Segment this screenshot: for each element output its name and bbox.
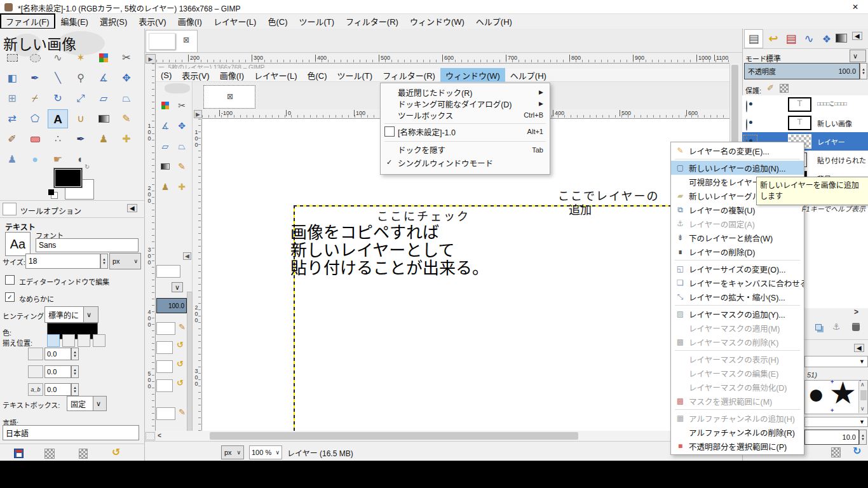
brush-scrollbar[interactable]: ∧ ∨ xyxy=(858,381,867,413)
menu-select[interactable]: 選択(S) xyxy=(94,13,133,29)
unit-select[interactable]: px∨ xyxy=(221,445,244,459)
delete-options-button[interactable] xyxy=(79,449,88,459)
tab-undo-history[interactable]: ↩ xyxy=(764,30,782,47)
ctx-scale-layer[interactable]: ⤡レイヤーの拡大・縮小(S)... xyxy=(671,290,804,304)
line-spacing-input[interactable] xyxy=(44,365,71,378)
menu-item-toolbox[interactable]: ツールボックスCtrl+B xyxy=(381,109,550,121)
tool-eraser[interactable] xyxy=(25,130,45,149)
ctx-add-alpha-channel[interactable]: ▦アルファチャンネルの追加(H) xyxy=(671,411,804,425)
scroll-down-icon[interactable]: ∨ xyxy=(860,405,865,412)
letter-spacing-input[interactable] xyxy=(44,383,71,396)
spin-down-icon[interactable]: ▼ xyxy=(73,354,77,358)
tab-layers[interactable]: ▤ xyxy=(744,29,763,48)
brush-list[interactable]: ● ★ + + + + ∧ ∨ xyxy=(804,380,868,414)
hinting-select[interactable]: 標準的に xyxy=(44,306,84,323)
ctx-delete-layer-mask[interactable]: ▩レイヤーマスクの削除(K) xyxy=(671,335,804,349)
tool-foreground-select[interactable]: ◧ xyxy=(2,69,22,88)
menu-edit[interactable]: 編集(E) xyxy=(55,13,94,29)
tab-tool-presets[interactable]: ❖ xyxy=(818,30,836,47)
font-preview-button[interactable]: Aa xyxy=(5,232,31,256)
delete-layer-button[interactable] xyxy=(852,323,860,331)
tool-heal[interactable]: ✚ xyxy=(116,130,137,149)
ctx-rename-layer[interactable]: ✎レイヤー名の変更(E)... xyxy=(671,144,804,158)
tool-color-picker[interactable]: ╲ xyxy=(48,69,68,88)
tool-select-by-color[interactable] xyxy=(93,48,114,67)
scroll-left-icon[interactable]: < xyxy=(158,432,161,439)
spin-down-icon[interactable]: ▼ xyxy=(861,437,865,441)
brush-scale-spinner[interactable]: ▲▼ xyxy=(859,430,867,445)
tool-paths[interactable]: ✒ xyxy=(25,69,45,88)
dock-menu-button[interactable]: ◀ xyxy=(852,32,862,40)
lock-pixels-icon[interactable]: ✐ xyxy=(767,83,774,93)
letter-spacing-spinner[interactable]: ▲▼ xyxy=(71,383,79,396)
tool-airbrush[interactable]: ∴ xyxy=(48,130,68,149)
opacity-slider[interactable]: 不透明度 100.0 xyxy=(744,63,860,79)
tool-gradient[interactable] xyxy=(93,109,114,128)
duplicate-layer-button[interactable] xyxy=(815,324,822,330)
expander-icon[interactable]: > xyxy=(854,308,858,316)
tool-perspective-clone[interactable]: ♟ xyxy=(2,150,22,169)
ctx-alpha-to-selection[interactable]: ■不透明部分を選択範囲に(P) xyxy=(671,439,804,453)
ctx-edit-layer-mask[interactable]: レイヤーマスクの編集(E) xyxy=(671,366,804,380)
size-input[interactable] xyxy=(25,254,100,269)
restore-options-button[interactable] xyxy=(44,449,55,459)
horizontal-scrollbar-thumb[interactable] xyxy=(210,432,578,440)
spin-down-icon[interactable]: ▼ xyxy=(102,261,106,265)
zoom-select[interactable]: 100 %∨ xyxy=(249,445,282,459)
menu-windows[interactable]: ウィンドウ(W) xyxy=(404,13,470,29)
tool-scale[interactable]: ⤢ xyxy=(71,89,91,108)
image-tab-close-icon[interactable]: ⊠ xyxy=(183,36,189,44)
indent-input[interactable] xyxy=(44,348,71,360)
menu-help[interactable]: ヘルプ(H) xyxy=(470,13,518,29)
justify-fill-button[interactable] xyxy=(93,334,105,347)
tool-paintbrush[interactable]: ✐ xyxy=(2,130,22,149)
menu-item-single-window-mode[interactable]: ✓シングルウィンドウモード xyxy=(381,156,550,170)
brushes-combo[interactable]: ▼ xyxy=(804,356,868,367)
size-spinner[interactable]: ▲▼ xyxy=(100,254,108,269)
ctx-layer-boundary-size[interactable]: ◱レイヤーサイズの変更(O)... xyxy=(671,262,804,276)
brushes-dock-menu-button[interactable]: ◀ xyxy=(854,344,864,352)
layer-row-new-image[interactable]: T 新しい画像 xyxy=(742,114,868,132)
swap-colors-icon[interactable]: ↻ xyxy=(85,163,90,170)
justify-left-button[interactable] xyxy=(47,334,60,347)
tool-cage-transform[interactable]: ⬠ xyxy=(25,109,45,128)
tool-rotate[interactable]: ↻ xyxy=(48,89,68,108)
brush-scale-slider[interactable]: 10.0 xyxy=(804,430,859,445)
ctx-merge-down[interactable]: ⇟下のレイヤーと統合(W) xyxy=(671,231,804,245)
menu-tools[interactable]: ツール(T) xyxy=(293,13,340,29)
font-input[interactable] xyxy=(36,238,139,252)
tool-zoom[interactable]: ⚲ xyxy=(71,69,91,88)
tab-menu-button[interactable]: ◀ xyxy=(127,204,137,212)
tool-measure[interactable]: ∡ xyxy=(93,69,114,88)
menu-colors[interactable]: 色(C) xyxy=(262,13,293,29)
tool-text[interactable]: A xyxy=(48,109,68,128)
tool-pencil[interactable]: ✎ xyxy=(116,109,137,128)
save-options-button[interactable] xyxy=(14,449,24,458)
reset-options-button[interactable]: ↺ xyxy=(112,446,120,458)
tool-bucket-fill[interactable]: ∪ xyxy=(71,109,91,128)
tab-channels[interactable]: ▤ xyxy=(782,30,800,47)
foreground-color-swatch[interactable] xyxy=(53,168,83,188)
ctx-disable-layer-mask[interactable]: レイヤーマスクの無効化(D) xyxy=(671,380,804,394)
tab-gradients[interactable] xyxy=(836,34,847,43)
spin-down-icon[interactable]: ▼ xyxy=(862,71,865,75)
tool-ink[interactable]: ✒ xyxy=(71,130,91,149)
ctx-remove-alpha-channel[interactable]: アルファチャンネルの削除(R) xyxy=(671,425,804,439)
hinting-dropdown-button[interactable]: ∨ xyxy=(83,306,98,323)
ctx-anchor-layer[interactable]: ⚓レイヤーの固定(A) xyxy=(671,217,804,231)
horizontal-scrollbar[interactable]: < xyxy=(156,431,729,441)
opacity-spinner[interactable]: ▲▼ xyxy=(860,63,867,79)
menu-item-dockable-dialogs[interactable]: ドッキング可能なダイアログ(D)▶ xyxy=(381,98,550,109)
menu-view[interactable]: 表示(V) xyxy=(133,13,172,29)
indent-spinner[interactable]: ▲▼ xyxy=(71,348,79,360)
spin-down-icon[interactable]: ▼ xyxy=(73,372,77,376)
language-input[interactable] xyxy=(3,425,139,440)
brush-option-combo[interactable]: ▼ xyxy=(804,417,868,427)
menu-item-recently-closed-docks[interactable]: 最近閉じたドック(R)▶ xyxy=(381,86,550,98)
image-tab[interactable]: ⊠ xyxy=(146,30,198,53)
ctx-delete-layer[interactable]: ∎レイヤーの削除(D) xyxy=(671,245,804,259)
lock-alpha-icon[interactable] xyxy=(780,84,789,93)
justify-right-button[interactable] xyxy=(62,334,75,347)
layer-row-text1[interactable]: T □□□□こ□□□□ xyxy=(742,95,868,114)
tool-clone[interactable]: ♟ xyxy=(93,130,114,149)
